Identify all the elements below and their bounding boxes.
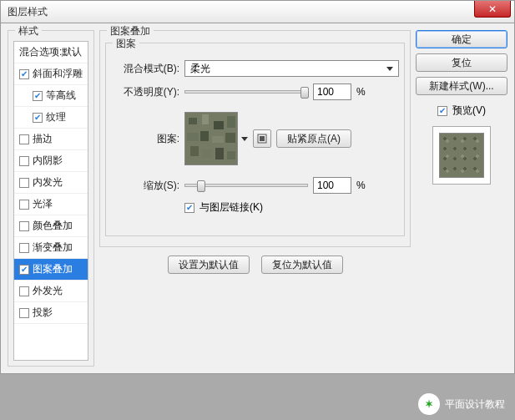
link-checkbox[interactable] (184, 203, 194, 213)
style-item[interactable]: 外发光 (14, 281, 88, 302)
overlay-fieldset: 图案叠加 图案 混合模式(B): 柔光 不透明度(Y): 100 % (99, 30, 411, 247)
style-item[interactable]: 内阴影 (14, 150, 88, 172)
style-item-label: 内阴影 (33, 154, 63, 168)
chevron-down-icon (386, 67, 393, 71)
dialog-body: 样式 混合选项:默认斜面和浮雕等高线纹理描边内阴影内发光光泽颜色叠加渐变叠加图案… (0, 23, 515, 374)
window-title: 图层样式 (8, 5, 48, 19)
close-icon: ✕ (488, 3, 497, 15)
style-item[interactable]: 光泽 (14, 194, 88, 215)
style-item[interactable]: 投影 (14, 302, 88, 324)
style-item-label: 颜色叠加 (33, 219, 73, 233)
style-checkbox[interactable] (33, 91, 43, 101)
scale-thumb[interactable] (197, 180, 205, 192)
pattern-dropdown-icon[interactable] (241, 137, 248, 141)
style-item-label: 等高线 (46, 89, 76, 103)
style-item[interactable]: 等高线 (14, 85, 88, 107)
opacity-label: 不透明度(Y): (111, 85, 179, 99)
cancel-button[interactable]: 复位 (416, 53, 507, 72)
new-style-button[interactable]: 新建样式(W)... (416, 77, 507, 95)
svg-rect-1 (260, 136, 265, 141)
scale-input[interactable]: 100 (313, 177, 351, 194)
style-checkbox[interactable] (19, 286, 29, 296)
blend-mode-label: 混合模式(B): (111, 62, 179, 76)
pattern-swatch[interactable] (184, 112, 238, 165)
scale-row: 缩放(S): 100 % (111, 177, 399, 194)
link-row: 与图层链接(K) (184, 200, 399, 215)
style-checkbox[interactable] (19, 221, 29, 231)
preview-label: 预览(V) (452, 104, 486, 118)
style-checkbox[interactable] (19, 308, 29, 318)
opacity-input[interactable]: 100 (313, 83, 351, 100)
style-item-label: 图案叠加 (33, 262, 73, 276)
style-item[interactable]: 纹理 (14, 107, 88, 129)
style-item[interactable]: 图案叠加 (14, 259, 88, 281)
style-checkbox[interactable] (19, 243, 29, 253)
swatch-icon (257, 134, 267, 144)
new-preset-button[interactable] (253, 129, 271, 148)
style-checkbox[interactable] (19, 265, 29, 275)
style-item-label: 渐变叠加 (33, 240, 73, 255)
options-column: 图案叠加 图案 混合模式(B): 柔光 不透明度(Y): 100 % (99, 30, 411, 367)
preview-box (432, 126, 491, 185)
pattern-legend: 图案 (113, 37, 139, 51)
watermark: ✶ 平面设计教程 (418, 393, 505, 415)
wechat-icon: ✶ (418, 393, 440, 415)
style-item-label: 描边 (33, 132, 53, 146)
opacity-thumb[interactable] (300, 87, 309, 99)
style-list: 混合选项:默认斜面和浮雕等高线纹理描边内阴影内发光光泽颜色叠加渐变叠加图案叠加外… (13, 41, 88, 361)
style-item[interactable]: 内发光 (14, 172, 88, 194)
ok-button[interactable]: 确定 (416, 30, 507, 48)
style-item[interactable]: 渐变叠加 (14, 237, 88, 259)
style-item[interactable]: 混合选项:默认 (14, 42, 88, 63)
styles-fieldset: 样式 混合选项:默认斜面和浮雕等高线纹理描边内阴影内发光光泽颜色叠加渐变叠加图案… (8, 30, 94, 367)
styles-column: 样式 混合选项:默认斜面和浮雕等高线纹理描边内阴影内发光光泽颜色叠加渐变叠加图案… (8, 30, 94, 367)
style-checkbox[interactable] (33, 113, 43, 123)
preview-checkbox[interactable] (437, 106, 447, 116)
set-default-button[interactable]: 设置为默认值 (168, 256, 250, 274)
close-button[interactable]: ✕ (474, 1, 511, 18)
opacity-row: 不透明度(Y): 100 % (111, 83, 399, 100)
preview-row: 预览(V) (416, 104, 507, 118)
blend-mode-select[interactable]: 柔光 (184, 60, 399, 77)
style-checkbox[interactable] (19, 134, 29, 144)
preview-swatch (439, 133, 484, 178)
pattern-row: 图案: 贴紧原点(A) (111, 112, 399, 165)
style-item-label: 光泽 (33, 197, 53, 211)
percent-unit: % (356, 86, 366, 98)
right-pane: 确定 复位 新建样式(W)... 预览(V) (416, 30, 507, 367)
styles-legend: 样式 (15, 24, 42, 38)
style-item-label: 纹理 (46, 110, 66, 124)
style-item-label: 投影 (33, 306, 53, 320)
style-item-label: 内发光 (33, 175, 63, 190)
style-item[interactable]: 描边 (14, 129, 88, 150)
style-checkbox[interactable] (19, 156, 29, 166)
blend-mode-value: 柔光 (190, 62, 210, 76)
snap-origin-button[interactable]: 贴紧原点(A) (276, 129, 351, 148)
style-item-label: 混合选项:默认 (19, 45, 82, 59)
style-checkbox[interactable] (19, 69, 29, 79)
style-item-label: 斜面和浮雕 (33, 67, 83, 81)
pattern-label: 图案: (111, 132, 179, 146)
blend-mode-row: 混合模式(B): 柔光 (111, 60, 399, 77)
style-item[interactable]: 斜面和浮雕 (14, 63, 88, 85)
style-checkbox[interactable] (19, 200, 29, 210)
watermark-text: 平面设计教程 (445, 397, 505, 412)
scale-label: 缩放(S): (111, 179, 179, 193)
percent-unit: % (356, 180, 366, 191)
defaults-row: 设置为默认值 复位为默认值 (99, 256, 411, 274)
pattern-fieldset: 图案 混合模式(B): 柔光 不透明度(Y): 100 % 图案: (105, 43, 405, 236)
scale-slider[interactable] (184, 184, 308, 187)
style-item-label: 外发光 (33, 284, 63, 298)
style-item[interactable]: 颜色叠加 (14, 215, 88, 237)
opacity-slider[interactable] (184, 90, 308, 94)
link-label: 与图层链接(K) (199, 200, 263, 215)
title-bar: 图层样式 ✕ (0, 0, 515, 23)
style-checkbox[interactable] (19, 178, 29, 188)
reset-default-button[interactable]: 复位为默认值 (261, 256, 343, 274)
